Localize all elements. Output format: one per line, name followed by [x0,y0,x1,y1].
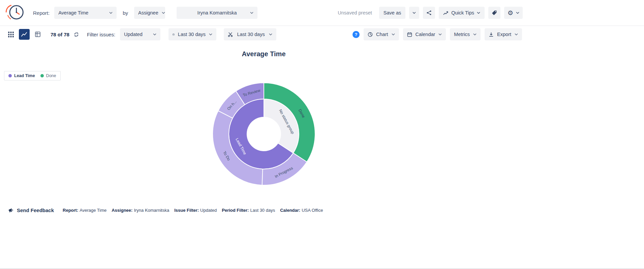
app-logo [5,3,25,23]
issues-count: 78 of 78 [51,32,69,37]
legend-dot [40,74,44,77]
scissors-icon [228,32,233,37]
grid-icon [8,32,14,37]
trend-icon [443,11,449,15]
tag-button[interactable] [488,7,500,19]
pivot-view-button[interactable] [32,29,43,40]
unsaved-preset-status: Unsaved preset [338,10,372,15]
share-icon [426,10,432,15]
megaphone-icon [8,208,14,213]
report-area: Average Time Lead Time Done No status gr… [0,50,527,188]
send-feedback-button[interactable]: Send Feedback [8,207,54,213]
legend-dot [8,74,12,77]
help-button[interactable]: ? [352,31,360,38]
assignee-select[interactable]: Iryna Komarnitska [177,7,257,19]
chevron-down-icon [477,12,480,14]
summary-report: Report:Average Time [63,208,106,213]
chevron-down-icon [109,12,113,14]
header: Report: Average Time by Assignee Iryna K… [0,0,527,26]
chevron-down-icon [516,12,519,14]
report-label: Report: [33,10,50,16]
pie-chart-icon [368,32,373,37]
chevron-down-icon [515,33,518,35]
summary-assignee: Assignee:Iryna Komarnitska [112,208,169,213]
calendar-icon [407,32,412,37]
calendar-icon [173,32,175,37]
summary-calendar: Calendar:USA Office [280,208,323,213]
chevron-down-icon [473,33,477,35]
chevron-down-icon [412,12,416,14]
issue-filter-select[interactable]: Updated [120,28,160,40]
chevron-down-icon [162,12,165,14]
chevron-down-icon [269,33,272,35]
share-button[interactable] [423,7,435,19]
line-chart-icon [21,32,27,37]
trim-period-select[interactable]: Last 30 days [224,28,276,40]
chevron-down-icon [250,12,253,14]
pivot-table-icon [35,32,40,37]
summary-issue-filter: Issue Filter:Updated [174,208,217,213]
tag-icon [492,10,497,15]
metrics-menu-button[interactable]: Metrics [450,28,481,40]
by-label: by [123,10,128,16]
chevron-down-icon [153,33,156,35]
chart-title: Average Time [0,50,527,58]
grid-view-button[interactable] [5,29,16,40]
period-filter-select[interactable]: Last 30 days [168,28,216,40]
chevron-down-icon [438,33,442,35]
refresh-button[interactable] [72,30,81,39]
chart-legend: Lead Time Done [4,71,61,80]
legend-item-lead-time[interactable]: Lead Time [8,73,35,78]
gear-icon: ⚙ [508,10,513,16]
export-menu-button[interactable]: Export [485,28,522,40]
settings-button[interactable]: ⚙ [504,7,523,19]
chevron-down-icon [209,33,212,35]
chart-view-button[interactable] [19,29,30,40]
sunburst-chart[interactable]: No status groupLead TimeDoneIn ProgressT… [210,80,318,188]
chevron-down-icon [392,33,395,35]
summary-period-filter: Period Filter:Last 30 days [222,208,275,213]
calendar-menu-button[interactable]: Calendar [403,28,446,40]
report-select[interactable]: Average Time [54,7,117,19]
refresh-icon [74,32,79,37]
chart-menu-button[interactable]: Chart [364,28,399,40]
legend-item-done[interactable]: Done [40,73,56,78]
save-as-menu-button[interactable] [409,7,419,19]
export-icon [489,32,494,37]
save-as-button[interactable]: Save as [379,7,405,19]
report-summary: Report:Average Time Assignee:Iryna Komar… [63,208,323,213]
group-by-select[interactable]: Assignee [134,7,165,19]
toolbar: 78 of 78 Filter issues: Updated Last 30 … [0,26,527,43]
filter-issues-label: Filter issues: [87,32,115,37]
quick-tips-button[interactable]: Quick Tips [439,7,485,19]
footer: Send Feedback Report:Average Time Assign… [0,203,527,217]
